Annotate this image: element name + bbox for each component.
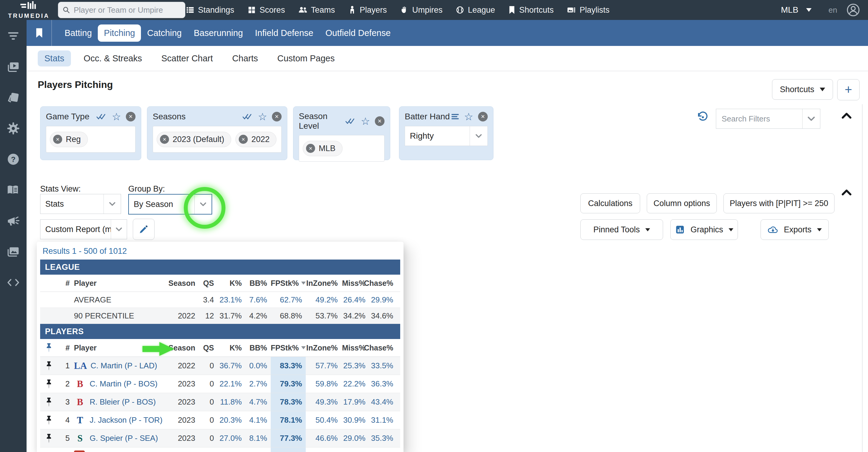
remove-tag-icon[interactable]: × [306, 144, 315, 153]
trumedia-logo[interactable]: TRUMEDIA [2, 1, 55, 19]
pinned-tools-dropdown[interactable]: Pinned Tools [580, 219, 663, 240]
remove-filter-icon[interactable]: × [375, 116, 384, 126]
col-bb[interactable]: BB% [245, 339, 271, 357]
batter-hand-select[interactable]: Righty [405, 126, 488, 146]
remove-tag-icon[interactable]: × [239, 135, 248, 144]
global-search-input[interactable] [73, 5, 181, 15]
view-tab-custom-pages[interactable]: Custom Pages [271, 51, 341, 66]
global-search[interactable] [58, 2, 185, 18]
col-bb[interactable]: BB% [245, 275, 271, 291]
search-filters-box[interactable] [716, 109, 820, 129]
view-tab-charts[interactable]: Charts [225, 51, 265, 66]
filter-history-icon[interactable] [696, 111, 709, 123]
player-link[interactable]: C. Martin (P - BOS) [90, 379, 158, 389]
select-all-icon[interactable] [345, 117, 356, 125]
col-player[interactable]: Player [73, 275, 172, 291]
filter-tag[interactable]: × MLB [303, 141, 343, 156]
col-rank[interactable]: # [58, 339, 73, 357]
nav-standings[interactable]: Standings [186, 5, 234, 15]
col-fpstk[interactable]: FPStk% [271, 275, 306, 291]
tab-infield-defense[interactable]: Infield Defense [249, 25, 319, 42]
col-season[interactable]: Season [172, 275, 199, 291]
pin-icon[interactable] [45, 379, 53, 389]
nav-umpires[interactable]: Umpires [400, 5, 443, 15]
add-shortcut-button[interactable]: + [837, 79, 860, 100]
favorite-star-icon[interactable]: ☆ [258, 112, 267, 122]
view-tab-occ-streaks[interactable]: Occ. & Streaks [77, 51, 149, 66]
user-avatar-icon[interactable] [846, 3, 860, 17]
filter-tag[interactable]: × 2022 [236, 132, 276, 147]
remove-tag-icon[interactable]: × [160, 135, 169, 144]
menu-lines-icon[interactable] [451, 113, 459, 120]
nav-scores[interactable]: Scores [247, 5, 285, 15]
bookmark-page-icon[interactable] [35, 28, 43, 38]
tab-batting[interactable]: Batting [59, 25, 98, 42]
group-by-select[interactable]: By Season [128, 194, 212, 215]
calculations-button[interactable]: Calculations [580, 193, 640, 213]
tab-outfield-defense[interactable]: Outfield Defense [319, 25, 397, 42]
remove-filter-icon[interactable]: × [272, 112, 282, 121]
col-chase[interactable]: Chase% [369, 275, 397, 291]
player-link[interactable]: C. Martin (P - LAD) [91, 361, 157, 370]
filter-tag[interactable]: × Reg [50, 132, 88, 147]
custom-report-select[interactable]: Custom Report (me) [40, 219, 127, 239]
results-count-link[interactable]: Results 1 - 500 of 1012 [42, 247, 127, 256]
nav-playlists[interactable]: Playlists [567, 5, 609, 15]
sidebar-media-images-icon[interactable] [7, 245, 20, 258]
tab-baserunning[interactable]: Baserunning [188, 25, 249, 42]
nav-league[interactable]: League [456, 5, 495, 15]
tab-catching[interactable]: Catching [141, 25, 187, 42]
players-threshold-button[interactable]: Players with [P|PIT] >= 250 [723, 193, 835, 213]
col-qs[interactable]: QS [199, 275, 218, 291]
graphics-dropdown[interactable]: Graphics [670, 219, 738, 240]
col-player[interactable]: Player [73, 339, 172, 357]
col-chase[interactable]: Chase% [369, 339, 397, 357]
column-options-button[interactable]: Column options [647, 193, 717, 213]
view-tab-stats[interactable]: Stats [38, 51, 71, 66]
sidebar-video-playlist-icon[interactable] [7, 60, 20, 73]
sidebar-announcements-icon[interactable] [7, 215, 20, 227]
sidebar-cards-icon[interactable] [7, 91, 20, 104]
player-link[interactable]: R. Bleier (P - BOS) [90, 397, 156, 407]
sidebar-filters-icon[interactable] [7, 30, 20, 42]
player-link[interactable]: G. Speier (P - SEA) [90, 433, 158, 443]
pin-icon[interactable] [45, 433, 53, 443]
language-selector[interactable]: en [829, 5, 837, 15]
edit-report-button[interactable] [133, 219, 155, 240]
player-link[interactable]: J. Jackson (P - TOR) [90, 416, 162, 425]
view-tab-scatter-chart[interactable]: Scatter Chart [155, 51, 219, 66]
favorite-star-icon[interactable]: ☆ [112, 112, 121, 122]
filter-tag[interactable]: × 2023 (Default) [157, 132, 231, 147]
collapse-controls-icon[interactable] [841, 189, 852, 196]
col-k[interactable]: K% [218, 339, 245, 357]
col-rank[interactable]: # [58, 275, 73, 291]
league-selector[interactable]: MLB [781, 5, 812, 15]
shortcuts-dropdown-button[interactable]: Shortcuts [772, 79, 833, 100]
favorite-star-icon[interactable]: ☆ [464, 112, 473, 122]
remove-filter-icon[interactable]: × [126, 112, 135, 121]
collapse-filters-icon[interactable] [841, 112, 852, 119]
sidebar-glossary-book-icon[interactable] [7, 184, 20, 196]
col-season[interactable]: Season [172, 339, 199, 357]
exports-dropdown[interactable]: Exports [761, 219, 829, 240]
nav-shortcuts[interactable]: Shortcuts [508, 5, 554, 15]
sidebar-settings-gear-icon[interactable] [7, 122, 20, 135]
sidebar-code-icon[interactable] [7, 276, 20, 289]
tab-pitching[interactable]: Pitching [98, 25, 141, 42]
select-all-icon[interactable] [242, 113, 253, 120]
col-inzone[interactable]: InZone% [306, 275, 341, 291]
nav-teams[interactable]: Teams [298, 5, 335, 15]
col-inzone[interactable]: InZone% [306, 339, 341, 357]
pin-icon[interactable] [45, 397, 53, 407]
col-k[interactable]: K% [218, 275, 245, 291]
pin-all-icon[interactable] [45, 343, 53, 352]
favorite-star-icon[interactable]: ☆ [361, 116, 370, 126]
nav-players[interactable]: Players [348, 5, 387, 15]
remove-tag-icon[interactable]: × [53, 135, 62, 144]
pin-icon[interactable] [45, 361, 53, 371]
col-fpstk[interactable]: FPStk% [271, 339, 306, 357]
select-all-icon[interactable] [96, 113, 107, 120]
stats-view-select[interactable]: Stats [40, 194, 121, 214]
col-qs[interactable]: QS [199, 339, 218, 357]
remove-filter-icon[interactable]: × [478, 112, 488, 121]
